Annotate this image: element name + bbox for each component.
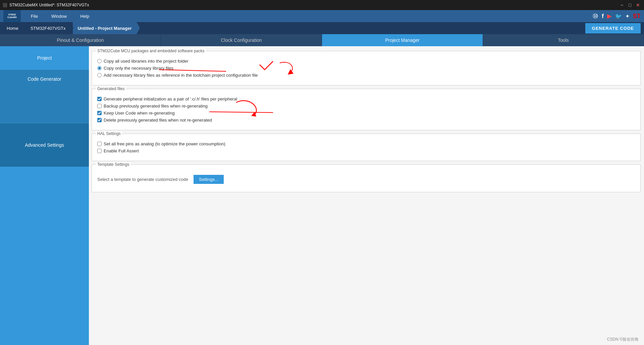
checkbox-backup[interactable]: Backup previously generated files when r…	[97, 104, 635, 109]
maximize-button[interactable]: □	[627, 2, 633, 8]
template-settings-title: Template Settings	[96, 162, 130, 167]
checkbox-gen-peripheral[interactable]: Generate peripheral initialization as a …	[97, 96, 635, 101]
generated-files-title: Generated files	[96, 86, 126, 91]
generated-files-section: Generated files Generate peripheral init…	[92, 89, 641, 130]
radio-copy-necessary-input[interactable]	[97, 66, 102, 70]
tab-bar: Pinout & Configuration Clock Configurati…	[0, 34, 644, 46]
hal-settings-section: HAL Settings Set all free pins as analog…	[92, 134, 641, 161]
app-logo: STM32CubeMX	[0, 10, 24, 22]
mcu-packages-title: STM32Cube MCU packages and embedded soft…	[96, 49, 206, 53]
main-content: Project Code Generator Advanced Settings…	[0, 46, 644, 345]
breadcrumb-project[interactable]: Untitled - Project Manager	[73, 22, 136, 34]
st-logo: ST	[633, 13, 641, 20]
menu-help[interactable]: Help	[73, 10, 96, 22]
mcu-packages-section: STM32Cube MCU packages and embedded soft…	[92, 51, 641, 85]
template-settings-section: Template Settings Select a template to g…	[92, 164, 641, 192]
checkbox-delete-prev-input[interactable]	[97, 118, 102, 122]
checkbox-gen-peripheral-input[interactable]	[97, 97, 102, 101]
title-bar-left: ⬛ STM32CubeMX Untitled*: STM32F407VGTx	[3, 3, 89, 7]
radio-add-reference-input[interactable]	[97, 73, 102, 77]
sidebar-project[interactable]: Project	[0, 46, 89, 70]
close-button[interactable]: ✕	[635, 2, 641, 8]
watermark: CSDN ©留在街角	[607, 337, 639, 342]
window-controls[interactable]: − □ ✕	[619, 2, 641, 8]
window-title: STM32CubeMX Untitled*: STM32F407VGTx	[9, 3, 89, 7]
menu-window[interactable]: Window	[45, 10, 73, 22]
breadcrumb-device[interactable]: STM32F407VGTx	[26, 22, 70, 34]
radio-copy-all-input[interactable]	[97, 59, 102, 63]
template-description: Select a template to generate customized…	[97, 177, 188, 182]
menu-items: File Window Help	[24, 10, 592, 22]
hal-settings-title: HAL Settings	[96, 131, 122, 136]
breadcrumb: Home STM32F407VGTx Untitled - Project Ma…	[0, 22, 644, 34]
minimize-button[interactable]: −	[619, 2, 625, 8]
checkbox-keep-user-code[interactable]: Keep User Code when re-generating	[97, 111, 635, 116]
menu-file[interactable]: File	[24, 10, 45, 22]
sidebar-advanced-settings[interactable]: Advanced Settings	[0, 123, 89, 167]
checkbox-full-assert-input[interactable]	[97, 149, 102, 153]
twitter-icon[interactable]: 🐦	[615, 13, 622, 19]
tenth-icon: ⑩	[592, 12, 598, 20]
logo-box: STM32CubeMX	[3, 10, 21, 22]
youtube-icon[interactable]: ▶	[607, 12, 612, 20]
hal-settings-options: Set all free pins as analog (to optimize…	[97, 141, 635, 153]
generate-code-button[interactable]: GENERATE CODE	[585, 23, 641, 33]
app-icon: ⬛	[3, 3, 7, 7]
radio-add-reference[interactable]: Add necessary library files as reference…	[97, 73, 635, 78]
checkbox-delete-prev[interactable]: Delete previously generated files when n…	[97, 118, 635, 123]
breadcrumb-home[interactable]: Home	[3, 22, 23, 34]
generated-files-options: Generate peripheral initialization as a …	[97, 96, 635, 123]
checkbox-backup-input[interactable]	[97, 104, 102, 108]
sidebar: Project Code Generator Advanced Settings	[0, 46, 89, 345]
tab-tools[interactable]: Tools	[483, 34, 644, 46]
tab-pinout[interactable]: Pinout & Configuration	[0, 34, 161, 46]
template-row: Select a template to generate customized…	[97, 172, 635, 187]
menu-bar: STM32CubeMX File Window Help ⑩ f ▶ 🐦 ✦ S…	[0, 10, 644, 22]
tab-project-manager[interactable]: Project Manager	[322, 34, 483, 46]
facebook-icon[interactable]: f	[602, 13, 604, 20]
checkbox-keep-user-code-input[interactable]	[97, 111, 102, 115]
mcu-packages-options: Copy all used libraries into the project…	[97, 59, 635, 78]
checkbox-free-pins[interactable]: Set all free pins as analog (to optimize…	[97, 141, 635, 146]
content-area: STM32Cube MCU packages and embedded soft…	[89, 46, 644, 345]
settings-button[interactable]: Settings...	[194, 175, 224, 184]
tab-clock[interactable]: Clock Configuration	[161, 34, 322, 46]
radio-copy-all[interactable]: Copy all used libraries into the project…	[97, 59, 635, 64]
radio-copy-necessary[interactable]: Copy only the necessary library files	[97, 66, 635, 71]
sidebar-code-generator[interactable]: Code Generator	[0, 70, 89, 123]
checkbox-free-pins-input[interactable]	[97, 142, 102, 146]
social-icons: ⑩ f ▶ 🐦 ✦ ST	[592, 12, 644, 20]
checkbox-full-assert[interactable]: Enable Full Assert	[97, 148, 635, 153]
title-bar: ⬛ STM32CubeMX Untitled*: STM32F407VGTx −…	[0, 0, 644, 10]
network-icon[interactable]: ✦	[625, 13, 630, 19]
